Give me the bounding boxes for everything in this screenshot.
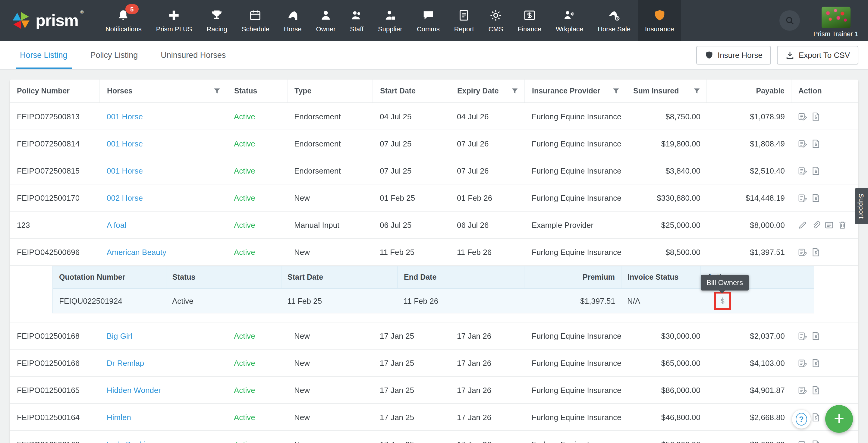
main-content: Policy NumberHorsesStatusTypeStart DateE… [0, 70, 868, 443]
tab-policy-listing[interactable]: Policy Listing [79, 41, 150, 69]
filter-icon[interactable] [213, 87, 220, 95]
user-menu[interactable]: Prism Trainer 1 [813, 4, 858, 37]
nav-item-schedule[interactable]: Schedule [235, 0, 277, 41]
edit-icon[interactable] [798, 220, 807, 229]
row-actions [798, 166, 852, 175]
horse-link[interactable]: A foal [107, 220, 126, 229]
cell-status: Active [227, 211, 287, 239]
policy-edit-icon[interactable] [798, 358, 807, 367]
cell-start-date: 07 Jul 25 [373, 130, 450, 157]
avatar [821, 6, 850, 28]
invoice-icon[interactable] [811, 440, 820, 443]
invoice-icon[interactable] [811, 331, 820, 340]
invoice-icon[interactable] [811, 112, 820, 121]
tab-bar: Horse ListingPolicy ListingUninsured Hor… [0, 41, 868, 70]
sub-column-header-start-date: Start Date [281, 266, 398, 288]
nav-items: 5NotificationsPrism PLUSRacingScheduleHo… [98, 0, 681, 41]
nav-item-prism-plus[interactable]: Prism PLUS [149, 0, 199, 41]
note-icon[interactable] [825, 220, 834, 229]
nav-item-owner[interactable]: Owner [309, 0, 343, 41]
nav-item-horse-sale[interactable]: Horse Sale [590, 0, 638, 41]
cell-start-date: 07 Jul 25 [373, 157, 450, 184]
policy-edit-icon[interactable] [798, 112, 807, 121]
horse-link[interactable]: Hidden Wonder [107, 385, 161, 394]
horse-link[interactable]: 001 Horse [107, 166, 143, 175]
invoice-icon[interactable] [811, 413, 820, 421]
cell-provider: Furlong Equine Insurance [524, 103, 626, 130]
cell-expiry-date: 17 Jan 26 [450, 322, 524, 349]
nav-item-supplier[interactable]: Supplier [371, 0, 410, 41]
add-button[interactable]: + [825, 405, 853, 433]
nav-item-racing[interactable]: Racing [199, 0, 235, 41]
nav-item-wrkplace[interactable]: Wrkplace [549, 0, 590, 41]
cell-sum-insured: $46,800.00 [626, 404, 707, 431]
search-button[interactable] [780, 10, 800, 31]
column-header-expiry-date: Expiry Date [450, 80, 524, 103]
horse-link[interactable]: 002 Horse [107, 193, 143, 202]
sub-column-header-end-date: End Date [398, 266, 524, 288]
attachment-icon[interactable] [811, 220, 820, 229]
invoice-icon[interactable] [811, 166, 820, 175]
policy-edit-icon[interactable] [798, 193, 807, 202]
status-badge: Active [234, 112, 255, 121]
policy-edit-icon[interactable] [798, 166, 807, 175]
nav-item-finance[interactable]: Finance [510, 0, 549, 41]
filter-icon[interactable] [511, 87, 518, 95]
tabs: Horse ListingPolicy ListingUninsured Hor… [0, 41, 237, 69]
nav-item-horse[interactable]: Horse [277, 0, 309, 41]
nav-item-report[interactable]: Report [447, 0, 481, 41]
policy-edit-icon[interactable] [798, 385, 807, 394]
search-icon [784, 15, 795, 26]
row-actions [798, 358, 852, 367]
nav-item-staff[interactable]: Staff [343, 0, 371, 41]
filter-icon[interactable] [693, 87, 700, 95]
invoice-icon[interactable] [811, 139, 820, 148]
nav-item-notifications[interactable]: 5Notifications [98, 0, 149, 41]
prism-logo-icon [12, 11, 30, 30]
cell-policy-number: FEIPO012500165 [10, 376, 99, 404]
horse-link[interactable]: Himlen [107, 413, 131, 421]
plus-icon [168, 9, 181, 22]
nav-item-cms[interactable]: CMS [481, 0, 510, 41]
workplace-icon [563, 9, 576, 22]
insure-horse-button[interactable]: Insure Horse [696, 46, 771, 64]
invoice-icon[interactable] [811, 358, 820, 367]
policy-edit-icon[interactable] [798, 331, 807, 340]
cell-start-date: 06 Jul 25 [373, 211, 450, 239]
supplier-icon [384, 9, 397, 22]
export-csv-button[interactable]: Export To CSV [777, 46, 858, 64]
horse-link[interactable]: Lady Bachira [107, 440, 153, 443]
delete-icon[interactable] [838, 220, 847, 229]
tab-horse-listing[interactable]: Horse Listing [8, 41, 79, 69]
nav-item-label: Supplier [378, 25, 402, 32]
horse-link[interactable]: Big Girl [107, 331, 132, 340]
horse-link[interactable]: 001 Horse [107, 112, 143, 121]
invoice-icon[interactable] [811, 247, 820, 256]
invoice-icon[interactable] [811, 193, 820, 202]
horse-link[interactable]: American Beauty [107, 247, 166, 256]
bill-owners-tooltip: Bill Owners [701, 275, 748, 290]
column-header-start-date: Start Date [373, 80, 450, 103]
filter-icon[interactable] [612, 87, 619, 95]
policy-edit-icon[interactable] [798, 440, 807, 443]
policy-edit-icon[interactable] [798, 247, 807, 256]
column-header-policy-number: Policy Number [10, 80, 99, 103]
cell-actions [791, 239, 858, 265]
policy-edit-icon[interactable] [798, 139, 807, 148]
horse-link[interactable]: 001 Horse [107, 139, 143, 148]
nav-item-label: Report [454, 25, 474, 32]
brand-logo[interactable]: prism® [0, 0, 98, 41]
invoice-icon[interactable] [811, 385, 820, 394]
row-actions [798, 247, 852, 256]
help-button[interactable]: ? [792, 410, 811, 429]
cell-expiry-date: 17 Jan 26 [450, 431, 524, 443]
cell-horse: 001 Horse [99, 130, 227, 157]
nav-item-insurance[interactable]: Insurance [638, 0, 681, 41]
sub-column-header-quotation-number: Quotation Number [53, 266, 166, 288]
nav-item-comms[interactable]: Comms [410, 0, 447, 41]
cell-provider: Furlong Equine Insurance [524, 184, 626, 211]
help-icon: ? [796, 413, 807, 425]
support-tab[interactable]: Support [855, 188, 868, 224]
horse-link[interactable]: Dr Remlap [107, 358, 144, 367]
tab-uninsured-horses[interactable]: Uninsured Horses [149, 41, 237, 69]
